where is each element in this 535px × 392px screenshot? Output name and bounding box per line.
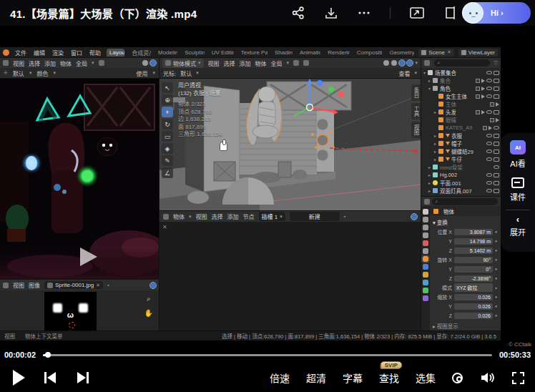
volume-icon[interactable] [479,371,495,385]
cursor-tool-icon[interactable]: ⊕ [162,94,173,105]
snap-magnet-icon[interactable] [293,60,299,66]
workspace-tab[interactable]: Rendering [325,49,349,57]
transform-section-header[interactable]: ▾ 变换 [433,218,499,226]
pan-tool-icon[interactable]: ✋ [144,309,153,317]
outliner-row[interactable]: ▸蝴蝶结29 [421,147,501,155]
menu-image[interactable]: 图像 [29,281,40,289]
properties-icon[interactable] [424,199,430,205]
close-icon[interactable]: ✕ [447,49,451,55]
menu-add[interactable]: 添加 [227,212,239,220]
menu-file[interactable]: 文件 [14,49,28,57]
outliner-row[interactable]: 主体 [421,100,501,108]
tab-viewlayer-icon[interactable] [423,232,428,238]
menu-view[interactable]: 视图 [13,281,24,289]
tool-dropdown[interactable]: 颜色 [36,69,48,77]
unlink-icon[interactable]: ✕ [96,283,100,288]
snap-magnet-icon[interactable] [99,60,104,66]
field-location-z[interactable]: Z5.1402 m● [431,246,499,255]
prev-episode-button[interactable] [42,370,58,386]
workspace-tab[interactable]: Compositing [354,49,383,57]
annotate-tool-icon[interactable]: ✎ [162,155,173,166]
courseware-label[interactable]: 课件 [510,191,526,202]
progress-bar[interactable] [43,354,492,356]
field-scale-x[interactable]: 缩放 X0.026● [431,293,499,301]
scale-tool-icon[interactable]: ▭ [162,131,173,142]
menu-node[interactable]: 节点 [243,212,255,220]
viewport-3d[interactable]: ↖ ⊕ + ↻ ▭ ◈ ✎ ∠ 用户透视 (132) 衣服 | 场景 物体 2/… [159,78,421,210]
field-rotation-z[interactable]: Z-2.3898°● [431,274,499,283]
field-location-x[interactable]: 位置 X3.8087 m● [431,227,499,236]
shading-rendered-icon[interactable] [150,60,156,66]
tab-constraints-icon[interactable] [423,295,428,301]
tab-data-icon[interactable] [423,288,428,293]
find-button[interactable]: SVIP查找 [379,371,399,385]
field-rotation-x[interactable]: 旋转 X90°● [431,255,499,264]
chevron-left-icon[interactable]: ‹ [516,216,519,223]
outliner-row[interactable]: 女生主体 [421,92,501,100]
tab-output-icon[interactable] [423,225,428,230]
editor-type-icon[interactable] [3,283,9,288]
outliner-row[interactable]: ▾角色 [421,84,501,92]
menu-select[interactable]: 选择 [224,59,235,67]
tab-scene-icon[interactable] [423,248,428,254]
orientation-dropdown[interactable]: 全局 [271,59,283,67]
zoom-tool-icon[interactable]: ⌕ [144,295,153,303]
mirror-flip-icon[interactable] [443,6,458,20]
next-section-header[interactable]: ▸ 视图显示 [433,322,499,330]
courseware-icon[interactable] [511,177,524,188]
tool-dropdown[interactable]: 默认 [13,69,24,77]
tab-render-icon[interactable] [423,217,428,222]
tab-tool[interactable]: 工具 [411,103,421,119]
tab-view[interactable]: 视图 [411,122,421,138]
outliner-row[interactable]: ▸帽子 [421,139,501,147]
shading-material-icon[interactable] [399,60,405,66]
ai-watch-label[interactable]: AI看 [510,157,525,169]
workspace-tab[interactable]: Modeling [155,49,177,57]
pin-icon[interactable]: ▪ [344,214,345,219]
outliner-icon[interactable] [424,60,430,66]
field-location-y[interactable]: Y14.798 m● [431,237,499,245]
select-tool-icon[interactable]: ↖ [162,82,173,93]
outliner-row[interactable]: 眼睛 [421,116,501,124]
snap-icon[interactable] [411,214,417,220]
image-editor-canvas[interactable]: ω ⌕ ✋ [0,290,159,330]
fullscreen-icon[interactable] [511,371,525,385]
shading-solid-icon[interactable] [391,60,397,66]
menu-view[interactable]: 视图 [13,59,24,67]
move-tool-icon[interactable]: + [162,107,173,117]
more-icon[interactable] [357,6,371,20]
menu-window[interactable]: 窗口 [69,49,84,57]
field-rotation-y[interactable]: Y0°● [431,265,499,273]
outliner-row[interactable]: ▸牛仔 [421,155,501,163]
shading-solid-icon[interactable] [142,60,148,66]
subtitle-button[interactable]: 字幕 [343,371,363,385]
expand-label[interactable]: 展开 [510,226,526,237]
tab-item[interactable]: 条目 [411,84,421,101]
cursor-value-dropdown[interactable]: 默认 [180,69,192,77]
filter-funnel-icon[interactable]: ▽ [494,60,498,66]
shader-type-dropdown[interactable]: 物体 [173,212,185,220]
rotate-tool-icon[interactable]: ↻ [162,119,173,129]
share-icon[interactable] [291,6,305,20]
tab-tool-icon[interactable] [423,209,428,215]
ai-watch-icon[interactable]: AI [510,140,526,155]
workspace-tab[interactable]: Texture Paint [238,49,268,57]
outliner-search-input[interactable]: ⌕ [434,59,490,67]
orientation-dropdown[interactable]: 全局 [76,59,87,67]
speed-button[interactable]: 倍速 [270,371,290,385]
proportional-edit-icon[interactable] [303,60,309,66]
image-datablock[interactable]: Sprite-0001.jpg✕ [44,281,103,289]
download-icon[interactable] [324,6,338,20]
outliner-row[interactable]: ▾场景集合 [421,69,501,77]
outliner-row[interactable]: ▸mmd骨架 [421,163,501,171]
pin-icon[interactable]: ▪ [107,283,109,288]
outliner-row[interactable]: ▸头发 [421,108,501,116]
field-rotation-mode[interactable]: 模式XYZ 欧拉▾ [431,283,499,292]
tool-dropdown[interactable]: 使用 [136,69,147,77]
outliner-row[interactable]: ▸集合 [421,77,501,84]
tab-object-icon[interactable] [423,256,428,262]
tab-physics-icon[interactable] [423,280,428,285]
rendered-viewport[interactable] [0,78,159,279]
episodes-button[interactable]: 选集 [416,371,436,385]
menu-select[interactable]: 选择 [212,212,223,220]
